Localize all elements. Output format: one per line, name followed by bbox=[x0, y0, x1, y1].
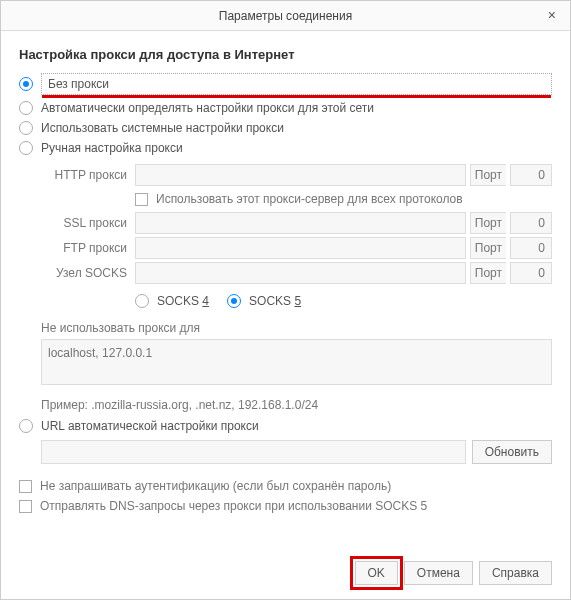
ssl-label: SSL прокси bbox=[41, 216, 131, 230]
radio-manual-row[interactable]: Ручная настройка прокси bbox=[19, 138, 552, 158]
dns-socks5-row[interactable]: Отправлять DNS-запросы через прокси при … bbox=[19, 496, 552, 516]
radio-system-row[interactable]: Использовать системные настройки прокси bbox=[19, 118, 552, 138]
connection-settings-dialog: Параметры соединения × Настройка прокси … bbox=[0, 0, 571, 600]
socks-label: Узел SOCKS bbox=[41, 266, 131, 280]
ssl-host-input[interactable] bbox=[135, 212, 466, 234]
dns-socks5-checkbox[interactable] bbox=[19, 500, 32, 513]
manual-proxy-block: HTTP прокси Порт Использовать этот прокс… bbox=[41, 164, 552, 412]
radio-auto-detect-label: Автоматически определять настройки прокс… bbox=[41, 101, 374, 115]
radio-socks5-row[interactable]: SOCKS 5 bbox=[227, 291, 301, 311]
no-proxy-for-textarea[interactable] bbox=[41, 339, 552, 385]
dialog-footer: OK Отмена Справка bbox=[1, 551, 570, 599]
no-proxy-example: Пример: .mozilla-russia.org, .net.nz, 19… bbox=[41, 398, 552, 412]
ftp-host-input[interactable] bbox=[135, 237, 466, 259]
radio-system-label: Использовать системные настройки прокси bbox=[41, 121, 284, 135]
socks-port-input[interactable] bbox=[510, 262, 552, 284]
pac-url-input[interactable] bbox=[41, 440, 466, 464]
radio-socks5-label: SOCKS 5 bbox=[249, 294, 301, 308]
cancel-button[interactable]: Отмена bbox=[404, 561, 473, 585]
radio-system[interactable] bbox=[19, 121, 33, 135]
radio-no-proxy-highlight: Без прокси bbox=[41, 73, 552, 95]
ftp-port-input[interactable] bbox=[510, 237, 552, 259]
pac-input-row: Обновить bbox=[41, 440, 552, 464]
radio-auto-detect[interactable] bbox=[19, 101, 33, 115]
ftp-label: FTP прокси bbox=[41, 241, 131, 255]
titlebar: Параметры соединения × bbox=[1, 1, 570, 31]
http-label: HTTP прокси bbox=[41, 168, 131, 182]
dns-socks5-label: Отправлять DNS-запросы через прокси при … bbox=[40, 499, 427, 513]
no-auth-checkbox[interactable] bbox=[19, 480, 32, 493]
socks-version-row: SOCKS 4 SOCKS 5 bbox=[135, 287, 552, 315]
ssl-port-label: Порт bbox=[470, 212, 506, 234]
use-for-all-label: Использовать этот прокси-сервер для всех… bbox=[156, 192, 463, 206]
radio-no-proxy-row[interactable]: Без прокси bbox=[19, 70, 552, 98]
highlight-underline bbox=[42, 95, 551, 98]
radio-socks4-label: SOCKS 4 bbox=[157, 294, 209, 308]
ftp-proxy-row: FTP прокси Порт bbox=[41, 237, 552, 259]
use-for-all-checkbox[interactable] bbox=[135, 193, 148, 206]
reload-button[interactable]: Обновить bbox=[472, 440, 552, 464]
help-button[interactable]: Справка bbox=[479, 561, 552, 585]
ok-button[interactable]: OK bbox=[355, 561, 398, 585]
ssl-port-input[interactable] bbox=[510, 212, 552, 234]
no-auth-label: Не запрашивать аутентификацию (если был … bbox=[40, 479, 391, 493]
radio-pac[interactable] bbox=[19, 419, 33, 433]
ftp-port-label: Порт bbox=[470, 237, 506, 259]
no-proxy-for-label: Не использовать прокси для bbox=[41, 321, 552, 335]
radio-no-proxy-label: Без прокси bbox=[48, 77, 109, 91]
section-heading: Настройка прокси для доступа в Интернет bbox=[19, 47, 552, 62]
close-icon[interactable]: × bbox=[544, 7, 560, 23]
socks-proxy-row: Узел SOCKS Порт bbox=[41, 262, 552, 284]
radio-manual[interactable] bbox=[19, 141, 33, 155]
radio-auto-detect-row[interactable]: Автоматически определять настройки прокс… bbox=[19, 98, 552, 118]
http-proxy-row: HTTP прокси Порт bbox=[41, 164, 552, 186]
http-port-input[interactable] bbox=[510, 164, 552, 186]
use-for-all-row[interactable]: Использовать этот прокси-сервер для всех… bbox=[135, 189, 552, 209]
socks-host-input[interactable] bbox=[135, 262, 466, 284]
dialog-content: Настройка прокси для доступа в Интернет … bbox=[1, 31, 570, 551]
dialog-title: Параметры соединения bbox=[219, 9, 352, 23]
radio-manual-label: Ручная настройка прокси bbox=[41, 141, 183, 155]
radio-socks4[interactable] bbox=[135, 294, 149, 308]
radio-pac-label: URL автоматической настройки прокси bbox=[41, 419, 259, 433]
radio-pac-row[interactable]: URL автоматической настройки прокси bbox=[19, 416, 552, 436]
http-port-label: Порт bbox=[470, 164, 506, 186]
ssl-proxy-row: SSL прокси Порт bbox=[41, 212, 552, 234]
radio-socks5[interactable] bbox=[227, 294, 241, 308]
radio-no-proxy[interactable] bbox=[19, 77, 33, 91]
http-host-input[interactable] bbox=[135, 164, 466, 186]
no-auth-row[interactable]: Не запрашивать аутентификацию (если был … bbox=[19, 476, 552, 496]
socks-port-label: Порт bbox=[470, 262, 506, 284]
radio-socks4-row[interactable]: SOCKS 4 bbox=[135, 291, 209, 311]
